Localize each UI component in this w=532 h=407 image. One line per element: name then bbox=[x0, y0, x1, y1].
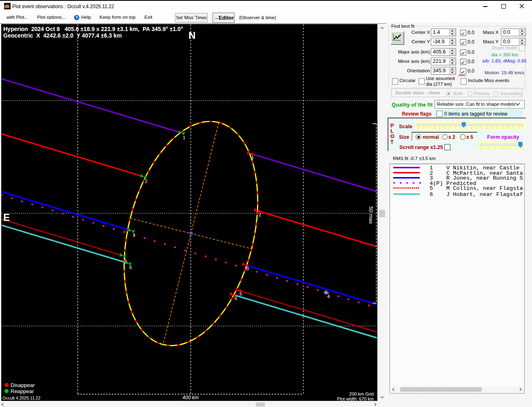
svg-text:6: 6 bbox=[129, 265, 132, 270]
svg-text:2: 2 bbox=[259, 212, 261, 217]
svg-text:N: N bbox=[188, 30, 195, 41]
svg-text:6: 6 bbox=[235, 296, 237, 301]
svg-text:1: 1 bbox=[251, 155, 254, 160]
svg-text:4: 4 bbox=[327, 294, 330, 299]
svg-text:?: ? bbox=[75, 16, 78, 20]
svg-text:5: 5 bbox=[430, 185, 433, 191]
svg-text:M Collins, near Flagsta: M Collins, near Flagsta bbox=[446, 185, 523, 191]
svg-text:5: 5 bbox=[239, 291, 242, 296]
svg-text:2: 2 bbox=[145, 179, 147, 184]
svg-text:Plot width: 670 km: Plot width: 670 km bbox=[337, 396, 374, 401]
svg-text:400 km: 400 km bbox=[182, 395, 198, 400]
svg-text:5: 5 bbox=[124, 258, 126, 262]
svg-text:Geocentric X 4242.6 ±2.0 Y: Geocentric X 4242.6 ±2.0 Y 4077.4 ±6.3 k… bbox=[3, 32, 122, 39]
svg-text:Occult 4.2025.11.22: Occult 4.2025.11.22 bbox=[2, 396, 40, 400]
svg-text:3: 3 bbox=[246, 266, 249, 271]
svg-text:6: 6 bbox=[430, 191, 433, 198]
svg-text:E: E bbox=[3, 212, 10, 223]
svg-text:J Hobart, near Flagstaf: J Hobart, near Flagstaf bbox=[446, 191, 523, 198]
svg-text:Reappear: Reappear bbox=[11, 388, 34, 394]
svg-text:50 mas: 50 mas bbox=[368, 207, 374, 224]
svg-text:1: 1 bbox=[183, 135, 185, 140]
svg-text:200 km Grid: 200 km Grid bbox=[349, 391, 374, 396]
svg-text:3: 3 bbox=[133, 233, 135, 238]
svg-text:Hyperion 2024 Oct 8 405.6 ±: Hyperion 2024 Oct 8 405.6 ±18.9 x 221.9 … bbox=[3, 26, 183, 32]
svg-text:Disappear: Disappear bbox=[11, 382, 35, 388]
